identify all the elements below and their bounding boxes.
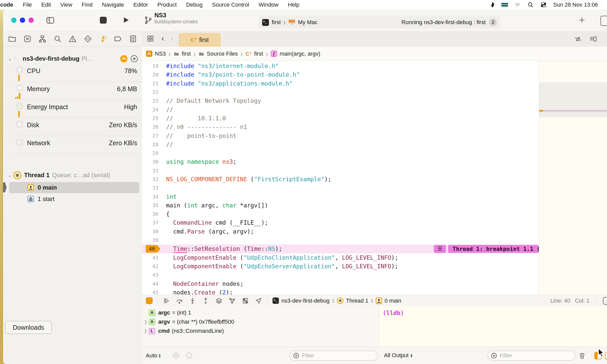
menu-item-editor[interactable]: Editor <box>133 2 148 8</box>
line-number[interactable]: 45 <box>142 289 162 295</box>
variables-filter-field[interactable]: Filter <box>290 351 378 361</box>
scheme-name[interactable]: first <box>272 19 281 26</box>
disclosure-chevron-icon[interactable]: ❭ <box>142 319 149 325</box>
line-number[interactable]: 21 <box>142 80 162 87</box>
line-number[interactable]: 37 <box>142 220 162 226</box>
breakpoint-badge[interactable]: 40 <box>146 245 161 253</box>
forward-button[interactable]: › <box>171 34 173 43</box>
symbols-icon[interactable] <box>37 33 48 44</box>
gauge-row-memory[interactable]: Memory6,8 MB <box>3 82 142 100</box>
variable-row-argv[interactable]: ❭Aargv= (char **) 0x7ffeefbff500 <box>142 317 379 326</box>
menu-item-help[interactable]: Help <box>288 2 299 8</box>
close-window-button[interactable] <box>11 18 17 23</box>
crumb-process[interactable]: ns3-dev-first-debug <box>281 297 330 304</box>
code-review-icon[interactable] <box>589 35 597 43</box>
back-button[interactable]: ‹ <box>162 34 164 43</box>
minimize-window-button[interactable] <box>20 18 25 23</box>
zoom-window-button[interactable] <box>28 18 34 23</box>
menu-clock[interactable]: Sun 28 Nov 13:06 <box>553 2 607 8</box>
jump-folder2[interactable]: Source Files <box>207 51 238 57</box>
editor-grid-icon[interactable] <box>146 35 154 43</box>
line-number[interactable]: 31 <box>142 168 162 174</box>
crumb-thread[interactable]: Thread 1 <box>346 297 368 304</box>
swap-editors-icon[interactable] <box>574 35 582 43</box>
line-number[interactable]: 29 <box>142 150 162 156</box>
project-navigator-icon[interactable] <box>7 33 18 44</box>
watch-eye-icon[interactable] <box>172 352 180 359</box>
line-number[interactable]: 44 <box>142 281 162 287</box>
line-number[interactable]: 40 <box>142 245 162 253</box>
tab-first[interactable]: C⁺ first <box>179 33 221 47</box>
tests-icon[interactable] <box>82 33 93 44</box>
issues-icon[interactable] <box>67 33 78 44</box>
line-number[interactable]: 42 <box>142 263 162 269</box>
line-number[interactable]: 38 <box>142 228 162 235</box>
editor-only-icon[interactable] <box>603 297 607 305</box>
gauge-row-disk[interactable]: DiskZero KB/s <box>3 118 142 136</box>
keyboard-layout-icon[interactable] <box>501 2 508 7</box>
reports-icon[interactable] <box>127 33 139 44</box>
downloads-button[interactable]: Downloads <box>5 321 52 334</box>
line-number[interactable]: 39 <box>142 237 162 243</box>
menu-item-navigate[interactable]: Navigate <box>102 2 124 8</box>
menu-item-view[interactable]: View <box>60 2 72 8</box>
stop-button[interactable] <box>100 17 107 24</box>
continue-icon[interactable] <box>162 296 170 305</box>
project-title-block[interactable]: NS3 buildsystem-cmake <box>154 12 198 25</box>
line-number[interactable]: 41 <box>142 255 162 261</box>
info-icon[interactable] <box>185 352 193 359</box>
menu-item-find[interactable]: Find <box>82 2 93 8</box>
jump-symbol[interactable]: main(argc, argv) <box>280 51 320 57</box>
step-into-icon[interactable] <box>188 296 197 305</box>
trash-icon[interactable] <box>578 352 586 360</box>
line-number[interactable]: 28 <box>142 141 162 147</box>
issue-count-badge[interactable]: 2 <box>489 19 497 26</box>
spotlight-icon[interactable] <box>527 2 534 8</box>
crumb-frame[interactable]: 0 main <box>385 297 401 304</box>
breakpoints-icon[interactable] <box>113 33 124 44</box>
find-icon[interactable] <box>52 33 63 44</box>
view-hierarchy-icon[interactable] <box>215 296 223 305</box>
menu-item-file[interactable]: File <box>23 2 32 8</box>
environment-overrides-icon[interactable] <box>241 296 250 305</box>
line-number[interactable]: 27 <box>142 133 162 139</box>
console-view[interactable]: (lldb) <box>379 306 607 347</box>
line-number[interactable]: 19 <box>142 63 162 69</box>
jump-project[interactable]: NS3 <box>155 51 166 57</box>
minimap-viewport-band[interactable] <box>539 82 607 117</box>
menu-app-name[interactable]: Xcode <box>0 2 13 8</box>
jump-folder1[interactable]: first <box>182 51 191 57</box>
thread-row[interactable]: ⌄ Thread 1 Queue: c…ad (serial) <box>3 169 142 181</box>
line-number[interactable]: 23 <box>142 98 162 104</box>
variables-scope-picker[interactable]: Auto ▴▾ <box>146 352 161 359</box>
add-editor-plus-icon[interactable] <box>578 16 586 24</box>
variable-row-cmd[interactable]: ❭Lcmd(ns3::CommandLine) <box>142 326 379 336</box>
jump-file[interactable]: first <box>254 51 263 57</box>
line-number[interactable]: 20 <box>142 72 162 78</box>
source-control-icon[interactable] <box>22 33 33 44</box>
breakpoints-toggle-button[interactable] <box>146 297 153 304</box>
line-number[interactable]: 35 <box>142 202 162 208</box>
gauge-row-cpu[interactable]: CPU78% <box>3 64 142 82</box>
line-number[interactable]: 22 <box>142 89 162 95</box>
line-number[interactable]: 30 <box>142 159 162 165</box>
scheme-selector[interactable]: >_ first › My Mac Running ns3-dev-first-… <box>259 16 500 28</box>
line-number[interactable]: 43 <box>142 272 162 278</box>
simulate-location-icon[interactable] <box>254 296 263 305</box>
line-number[interactable]: 33 <box>142 185 162 191</box>
line-number[interactable]: 36 <box>142 211 162 217</box>
annotation-menu-icon[interactable]: ☰ <box>434 245 446 253</box>
variables-view[interactable]: Aargc= (int) 1❭Aargv= (char **) 0x7ffeef… <box>142 306 379 347</box>
gauge-row-network[interactable]: NetworkZero KB/s <box>3 136 142 154</box>
line-number[interactable]: 26 <box>142 124 162 130</box>
stack-frame-1-start[interactable]: 1 start <box>9 193 139 205</box>
breakpoint-annotation[interactable]: ☰Thread 1: breakpoint 1.1 (1) <box>434 245 538 253</box>
app-logo-icon[interactable] <box>489 2 495 8</box>
disclosure-chevron-icon[interactable]: ❭ <box>142 328 149 334</box>
step-over-icon[interactable] <box>175 296 184 305</box>
wifi-icon[interactable] <box>514 2 521 8</box>
gauge-row-energy-impact[interactable]: Energy ImpactHigh <box>3 100 142 118</box>
debug-gauge-icon[interactable] <box>97 33 108 44</box>
destination-name[interactable]: My Mac <box>298 19 317 26</box>
step-out-icon[interactable] <box>201 296 210 305</box>
